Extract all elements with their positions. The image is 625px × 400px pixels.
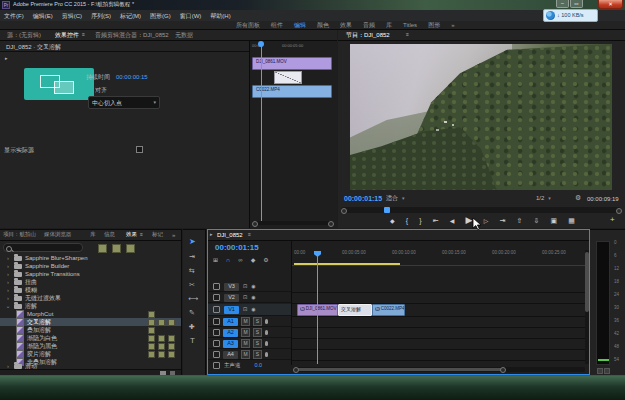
playback-resolution-dropdown[interactable]: 1/2 ▾ [536,195,551,201]
filter-accelerated-effects-icon[interactable] [98,244,107,253]
menu-markers[interactable]: 标记(M) [120,13,141,19]
title-bar[interactable]: Pr Adobe Premiere Pro CC 2015 - F:\航拍剪辑教… [0,0,625,10]
track-header-v1[interactable]: V1 ⊡ ◉ [208,304,291,316]
work-area-bar[interactable] [294,263,400,265]
go-to-in-button[interactable]: ⇤ [433,217,439,224]
track-target-a2[interactable]: A2 [223,329,238,337]
tree-folder-open[interactable]: ⌄溶解 [0,302,181,310]
compare-view-button[interactable]: ▦ [568,217,575,224]
timeline-v-scrollbar[interactable] [585,250,589,364]
zoom-level-dropdown[interactable]: 适合 ▾ [386,195,405,201]
workspace-editing[interactable]: 编辑 [294,22,306,28]
mute-button[interactable]: M [241,350,250,359]
tab-audio-clip-mixer[interactable]: 音频剪辑混合器：DJI_0852 [95,32,169,38]
tab-info[interactable]: 信息 [104,232,115,238]
scroll-handle-left[interactable] [252,221,258,227]
tree-effect[interactable]: 渐隐为黑色 [0,342,181,350]
workspace-effects[interactable]: 效果 [340,22,352,28]
voiceover-record-icon[interactable] [265,319,268,324]
minimize-button[interactable]: – [556,0,569,8]
workspace-all-panels[interactable]: 所有面板 [236,22,260,28]
timeline-h-scrollbar[interactable] [293,367,585,372]
timeline-timecode[interactable]: 00:00:01:15 [215,244,259,252]
timeline-playhead-line[interactable] [317,256,318,364]
solo-button[interactable]: S [253,350,262,359]
mute-button[interactable]: M [241,328,250,337]
track-header-a1[interactable]: A1 M S [208,317,291,327]
panel-overflow-button[interactable]: » [172,232,175,238]
menu-help[interactable]: 帮助(H) [210,13,230,19]
filter-32bit-icon[interactable] [112,244,121,253]
tree-effect[interactable]: 胶片溶解 [0,350,181,358]
type-tool[interactable]: T [190,337,195,345]
panel-menu-icon[interactable]: ≡ [140,232,143,237]
panel-menu-icon[interactable]: ≡ [248,232,251,237]
menu-file[interactable]: 文件(F) [4,13,24,19]
workspace-audio[interactable]: 音频 [363,22,375,28]
track-target-v2[interactable]: V2 [224,294,239,302]
workspace-titles[interactable]: Titles [403,22,417,28]
tab-program-monitor[interactable]: 节目：DJI_0852 [346,32,390,38]
track-lock-icon[interactable] [213,329,220,336]
export-frame-button[interactable]: ▣ [551,217,558,224]
track-header-a4[interactable]: A4 M S [208,350,291,360]
track-select-forward-tool[interactable]: ⇥ [189,253,195,260]
track-target-a3[interactable]: A3 [223,340,238,348]
menu-edit[interactable]: 编辑(E) [33,13,53,19]
razor-tool[interactable]: ✂ [189,281,195,288]
sync-lock-icon[interactable]: ⊡ [243,307,247,312]
mark-in-button[interactable]: { [406,217,408,224]
scroll-handle-right[interactable] [328,221,334,227]
track-visibility-icon[interactable]: ◉ [251,284,255,289]
workspace-libraries[interactable]: 库 [386,22,392,28]
network-speed-overlay[interactable]: ↓ 100 KB/s [543,9,598,22]
solo-button[interactable]: S [253,317,262,326]
lift-button[interactable]: ⇧ [516,217,522,224]
tree-effect[interactable]: 叠加溶解 [0,326,181,334]
add-marker-icon[interactable]: ◆ [251,257,256,263]
track-header-a3[interactable]: A3 M S [208,339,291,349]
show-actual-sources-checkbox[interactable] [136,146,143,153]
nest-indicator-icon[interactable]: ⊞ [213,257,218,263]
tab-libraries[interactable]: 库 [90,232,96,238]
track-lock-icon[interactable] [213,294,220,301]
tree-effect[interactable]: MorphCut [0,310,181,318]
tree-effect-selected[interactable]: 交叉溶解 [0,318,181,326]
tree-folder[interactable]: ›扭曲 [0,278,181,286]
track-target-v3[interactable]: V3 [224,283,239,291]
tab-markers[interactable]: 标记 [152,232,163,238]
tree-folder[interactable]: ›Sapphire Transitions [0,270,181,278]
panel-menu-icon[interactable]: ≡ [82,32,85,37]
program-playhead[interactable] [384,207,390,213]
snap-icon[interactable]: ∩ [226,257,230,263]
mini-clip-a[interactable]: DJI_0861.MOV [252,57,332,70]
panel-menu-icon[interactable]: ≡ [406,32,409,37]
step-back-button[interactable]: ◀ [450,218,455,224]
tree-folder[interactable]: ›无缝过渡效果 [0,294,181,302]
track-target-a1[interactable]: A1 [223,318,238,326]
program-timecode[interactable]: 00:00:01:15 [344,195,382,202]
mini-h-scrollbar[interactable] [252,221,332,225]
track-header-v2[interactable]: V2 ⊡ ◉ [208,293,291,303]
track-lock-icon[interactable] [213,283,220,290]
voiceover-record-icon[interactable] [265,330,268,335]
track-lock-icon[interactable] [213,318,220,325]
menu-window[interactable]: 窗口(W) [180,13,202,19]
panel-menu-icon[interactable]: ▸ [210,232,213,237]
timeline-ruler[interactable]: 00:00 00:00:05:00 00:00:10:00 00:00:15:0… [292,249,585,266]
tab-metadata[interactable]: 元数据 [175,32,193,38]
program-scrubber[interactable] [341,207,621,213]
track-visibility-icon[interactable]: ◉ [251,307,255,312]
settings-wrench-icon[interactable]: ⚙ [575,194,581,201]
tab-project[interactable]: 项目：航拍山 [3,232,36,238]
scrub-left-cap[interactable] [341,208,347,214]
workspace-color[interactable]: 颜色 [317,22,329,28]
track-lock-icon[interactable] [213,351,220,358]
voiceover-record-icon[interactable] [265,341,268,346]
sync-lock-icon[interactable]: ⊡ [243,295,247,300]
step-forward-button[interactable]: ▷ [484,218,489,224]
mute-button[interactable]: M [241,317,250,326]
menu-graphics[interactable]: 图形(G) [150,13,171,19]
close-button[interactable]: ✕ [598,0,623,9]
twirl-open-icon[interactable]: ▸ [5,56,8,61]
